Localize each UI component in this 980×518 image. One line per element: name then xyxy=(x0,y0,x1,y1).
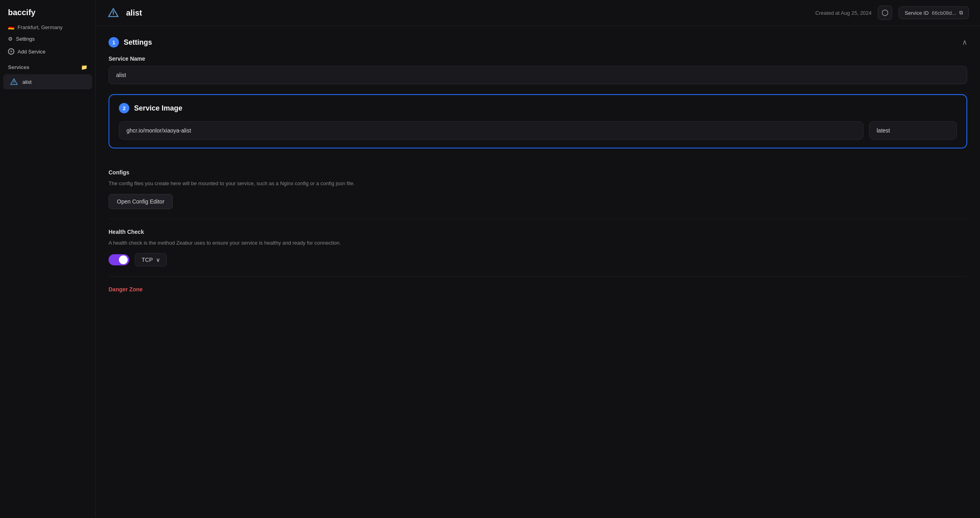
settings-collapse-button[interactable]: ∧ xyxy=(962,38,967,47)
header-created-date: Created at Aug 25, 2024 xyxy=(815,10,871,16)
service-id-value: 66cb08d... xyxy=(932,10,956,16)
gear-icon: ⚙ xyxy=(8,36,13,42)
copy-icon: ⧉ xyxy=(959,10,963,16)
configs-section: Configs The config files you create here… xyxy=(109,160,967,219)
danger-zone-title: Danger Zone xyxy=(109,286,967,293)
health-check-description: A health check is the method Zeabur uses… xyxy=(109,239,967,247)
main-area: alist Created at Aug 25, 2024 Service ID… xyxy=(96,0,980,518)
sidebar-add-service-item[interactable]: + Add Service xyxy=(0,45,95,58)
settings-section-number: 1 xyxy=(109,37,119,47)
alist-service-name: alist xyxy=(22,79,32,85)
sidebar-location: 🇩🇪 Frankfurt, Germany xyxy=(0,22,95,33)
health-check-title: Health Check xyxy=(109,229,967,235)
header-alist-icon xyxy=(107,6,120,19)
health-check-toggle[interactable] xyxy=(109,254,129,265)
folder-icon[interactable]: 📁 xyxy=(81,64,87,70)
main-content: 1 Settings ∧ Service Name 2 Service Imag… xyxy=(96,26,980,518)
sidebar-settings-item[interactable]: ⚙ Settings xyxy=(0,33,95,45)
health-check-controls: TCP ∨ xyxy=(109,253,967,267)
plus-circle-icon: + xyxy=(8,48,14,55)
app-name: baccify xyxy=(0,8,95,22)
flag-icon: 🇩🇪 xyxy=(8,24,14,30)
open-config-editor-button[interactable]: Open Config Editor xyxy=(109,194,173,209)
service-image-number: 2 xyxy=(119,103,129,113)
service-name-input[interactable] xyxy=(109,66,967,84)
location-text: Frankfurt, Germany xyxy=(18,24,63,30)
settings-label: Settings xyxy=(16,36,35,42)
configs-description: The config files you create here will be… xyxy=(109,180,967,188)
service-image-inputs xyxy=(119,121,957,140)
danger-zone-section: Danger Zone xyxy=(109,277,967,306)
protocol-value: TCP xyxy=(142,257,153,263)
cube-button[interactable] xyxy=(878,6,892,20)
configs-title: Configs xyxy=(109,169,967,176)
sidebar: baccify 🇩🇪 Frankfurt, Germany ⚙ Settings… xyxy=(0,0,96,518)
service-id-button[interactable]: Service ID 66cb08d... ⧉ xyxy=(899,6,969,19)
add-service-label: Add Service xyxy=(18,49,45,55)
header-service-name: alist xyxy=(126,8,809,18)
top-header: alist Created at Aug 25, 2024 Service ID… xyxy=(96,0,980,26)
service-name-label: Service Name xyxy=(109,55,967,62)
settings-section-title: Settings xyxy=(124,38,152,47)
settings-section: 1 Settings ∧ Service Name xyxy=(109,37,967,94)
service-image-title: Service Image xyxy=(134,104,182,113)
services-label-text: Services xyxy=(8,64,30,70)
sidebar-item-alist[interactable]: alist xyxy=(3,74,92,89)
alist-service-icon xyxy=(10,77,18,86)
service-image-header: 2 Service Image xyxy=(119,103,957,113)
service-image-section: 2 Service Image xyxy=(109,94,967,148)
service-id-label: Service ID xyxy=(905,10,929,16)
toggle-knob xyxy=(119,255,128,264)
services-section-label: Services 📁 xyxy=(0,58,95,73)
service-image-tag-input[interactable] xyxy=(869,121,957,140)
tcp-protocol-select[interactable]: TCP ∨ xyxy=(135,253,167,267)
settings-section-header: 1 Settings ∧ xyxy=(109,37,967,47)
service-image-input[interactable] xyxy=(119,121,863,140)
chevron-down-icon: ∨ xyxy=(156,257,160,263)
health-check-section: Health Check A health check is the metho… xyxy=(109,219,967,277)
